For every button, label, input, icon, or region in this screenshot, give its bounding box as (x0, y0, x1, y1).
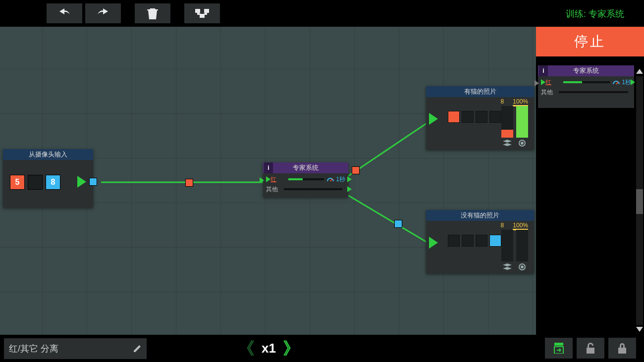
layers-icon[interactable] (501, 139, 513, 148)
info-icon[interactable]: i (264, 162, 273, 173)
count-label: 8 (501, 98, 504, 106)
slot (476, 235, 487, 247)
layout-icon (195, 9, 209, 18)
name-input[interactable]: 红/其它 分离 (4, 338, 147, 359)
wire-port[interactable] (394, 220, 402, 228)
slot (462, 111, 474, 123)
target-icon[interactable] (516, 262, 528, 271)
node-title: i 专家系统 (538, 65, 634, 76)
node-title: 从摄像头输入 (3, 149, 93, 160)
play-icon (429, 113, 438, 125)
canvas[interactable]: 从摄像头输入 5 8 i 专家系统 红 1秒 其他 (0, 27, 536, 335)
node-expert-system[interactable]: i 专家系统 红 1秒 其他 (263, 162, 348, 197)
training-status: 训练: 专家系统 (566, 8, 624, 20)
slot (462, 235, 474, 247)
output-play-icon (631, 79, 635, 85)
export-button[interactable] (545, 338, 573, 359)
rule-label[interactable]: 红 (545, 78, 560, 87)
toolbar: 训练: 专家系统 (0, 0, 644, 27)
play-icon (77, 176, 86, 188)
svg-rect-12 (554, 343, 563, 346)
lock-open-button[interactable] (577, 338, 604, 359)
output-play-icon (347, 186, 352, 192)
node-title: 有猫的照片 (426, 86, 534, 97)
name-input-value: 红/其它 分离 (9, 343, 58, 355)
lock-button[interactable] (608, 338, 636, 359)
speed-control: 《 x1 》 (238, 335, 300, 362)
rule-label[interactable]: 其他 (266, 185, 281, 194)
svg-line-6 (330, 179, 332, 181)
rule-play-icon (541, 79, 545, 85)
scroll-down-icon[interactable] (636, 327, 643, 332)
slot (476, 111, 487, 123)
trash-icon (147, 7, 158, 19)
speed-down-button[interactable]: 《 (238, 337, 255, 360)
undo-icon (57, 8, 71, 18)
speed-up-button[interactable]: 》 (283, 337, 300, 360)
rule-track (288, 178, 324, 180)
sample-swatch: 5 (10, 175, 25, 190)
node-title: i 专家系统 (263, 162, 348, 173)
output-port[interactable] (89, 178, 97, 186)
slot (448, 111, 460, 123)
count-label: 8 (501, 222, 504, 230)
layers-icon[interactable] (501, 262, 513, 271)
delete-button[interactable] (135, 3, 170, 23)
svg-point-8 (521, 142, 523, 144)
bar (516, 106, 528, 138)
sample-swatch: 8 (46, 175, 60, 190)
wire-port[interactable] (352, 166, 360, 174)
node-camera-input[interactable]: 从摄像头输入 5 8 (3, 149, 93, 207)
rule-track (563, 81, 610, 83)
input-play-icon (535, 80, 539, 86)
scrollbar-thumb[interactable] (636, 189, 643, 214)
output-play-icon (347, 176, 352, 182)
layout-button[interactable] (184, 3, 220, 23)
rule-track (559, 91, 628, 93)
play-icon (429, 237, 438, 249)
rule-label[interactable]: 其他 (541, 88, 556, 97)
pencil-icon (133, 344, 142, 353)
bar (501, 106, 513, 138)
bar (516, 230, 528, 261)
target-icon[interactable] (516, 139, 528, 148)
bar (501, 230, 513, 261)
svg-rect-1 (205, 9, 209, 12)
info-icon[interactable]: i (539, 65, 548, 76)
lock-open-icon (586, 343, 595, 354)
rule-play-icon (266, 176, 270, 182)
pct-label: 100% (513, 98, 528, 106)
svg-line-11 (616, 82, 618, 84)
node-cat-photos[interactable]: 有猫的照片 8 100% (426, 86, 534, 150)
scroll-up-icon[interactable] (636, 69, 643, 74)
redo-button[interactable] (85, 3, 121, 23)
bottombar: 红/其它 分离 《 x1 》 (0, 335, 644, 362)
svg-point-10 (521, 266, 523, 268)
redo-icon (96, 8, 110, 18)
side-expert-panel[interactable]: i 专家系统 红 1秒 其他 (538, 65, 634, 108)
svg-line-4 (348, 120, 431, 176)
pct-label: 100% (513, 222, 528, 230)
slot (448, 235, 460, 247)
node-nocat-photos[interactable]: 没有猫的照片 8 100% (426, 210, 534, 273)
speed-value: x1 (262, 341, 276, 356)
sample-swatch (28, 175, 43, 190)
slot (489, 235, 501, 247)
svg-rect-0 (196, 9, 200, 12)
sidebar: 停止 i 专家系统 红 1秒 其他 (536, 27, 644, 335)
rule-label[interactable]: 红 (270, 175, 285, 184)
undo-button[interactable] (47, 3, 82, 23)
stop-button[interactable]: 停止 (536, 27, 644, 56)
lock-icon (617, 343, 627, 354)
slot (489, 111, 501, 123)
node-title: 没有猫的照片 (426, 210, 534, 221)
svg-line-5 (348, 195, 431, 245)
export-icon (552, 343, 565, 354)
gauge: 1秒 (327, 175, 345, 184)
gauge: 1秒 (613, 78, 631, 87)
rule-track (284, 188, 342, 190)
wire-port[interactable] (185, 179, 193, 187)
